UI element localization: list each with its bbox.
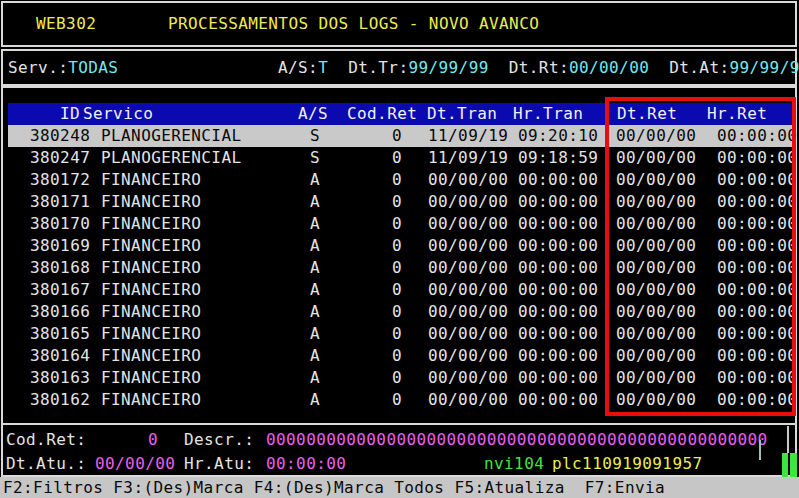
cell-codret: 0 xyxy=(392,169,402,191)
filter-values: A/S:T Dt.Tr:99/99/99 Dt.Rt:00/00/00 Dt.A… xyxy=(278,51,799,84)
cell-dttran: 00/00/00 xyxy=(428,191,508,213)
cell-dttran: 00/00/00 xyxy=(428,257,508,279)
status-separator xyxy=(3,423,796,425)
cell-id: 380167 xyxy=(30,279,90,301)
cell-dtret: 00/00/00 xyxy=(616,125,696,147)
service-filter: Serv.:TODAS xyxy=(8,51,118,84)
cell-hrret: 00:00:00 xyxy=(717,125,797,147)
table-row[interactable]: 380165FINANCEIROA000/00/0000:00:0000/00/… xyxy=(8,323,793,345)
dt-rt-filter-value: 00/00/00 xyxy=(569,58,649,77)
cell-dttran: 00/00/00 xyxy=(428,235,508,257)
cell-codret: 0 xyxy=(392,279,402,301)
cell-servico: FINANCEIRO xyxy=(101,301,201,323)
cell-codret: 0 xyxy=(392,301,402,323)
cell-dtret: 00/00/00 xyxy=(616,257,696,279)
table-row[interactable]: 380164FINANCEIROA000/00/0000:00:0000/00/… xyxy=(8,345,793,367)
function-key[interactable]: F5:Atualiza xyxy=(454,478,564,497)
function-key[interactable]: F3:(Des)Marca xyxy=(113,478,243,497)
cell-dtret: 00/00/00 xyxy=(616,191,696,213)
cell-id: 380172 xyxy=(30,169,90,191)
column-header-as: A/S xyxy=(298,103,328,125)
table-row[interactable]: 380172FINANCEIROA000/00/0000:00:0000/00/… xyxy=(8,169,793,191)
dt-tr-filter-value: 99/99/99 xyxy=(408,58,488,77)
table-row[interactable]: 380163FINANCEIROA000/00/0000:00:0000/00/… xyxy=(8,367,793,389)
dt-tr-filter-label: Dt.Tr: xyxy=(348,58,408,77)
function-key[interactable]: F2:Filtros xyxy=(3,478,103,497)
cell-dttran: 00/00/00 xyxy=(428,367,508,389)
cell-hrtran: 00:00:00 xyxy=(518,389,598,411)
descr-value: 0000000000000000000000000000000000000000… xyxy=(266,429,768,451)
cell-servico: FINANCEIRO xyxy=(101,345,201,367)
cell-servico: PLANOGERENCIAL xyxy=(101,125,241,147)
cell-id: 380166 xyxy=(30,301,90,323)
cell-hrret: 00:00:00 xyxy=(717,147,797,169)
column-header-id: ID xyxy=(60,103,80,125)
column-header-servico: Servico xyxy=(83,103,153,125)
function-key[interactable]: F4:(Des)Marca Todos xyxy=(254,478,445,497)
cell-dtret: 00/00/00 xyxy=(616,169,696,191)
table-row[interactable]: 380168FINANCEIROA000/00/0000:00:0000/00/… xyxy=(8,257,793,279)
cell-servico: FINANCEIRO xyxy=(101,213,201,235)
table-row[interactable]: 380162FINANCEIROA000/00/0000:00:0000/00/… xyxy=(8,389,793,411)
function-key[interactable]: F7:Envia xyxy=(585,478,665,497)
table-row[interactable]: 380166FINANCEIROA000/00/0000:00:0000/00/… xyxy=(8,301,793,323)
cell-hrtran: 00:00:00 xyxy=(518,345,598,367)
table-row[interactable]: 380248PLANOGERENCIALS011/09/1909:20:1000… xyxy=(8,125,793,147)
cell-hrtran: 00:00:00 xyxy=(518,323,598,345)
cell-hrret: 00:00:00 xyxy=(717,389,797,411)
cell-hrret: 00:00:00 xyxy=(717,345,797,367)
cell-hrtran: 00:00:00 xyxy=(518,301,598,323)
table-row[interactable]: 380169FINANCEIROA000/00/0000:00:0000/00/… xyxy=(8,235,793,257)
cell-codret: 0 xyxy=(392,257,402,279)
cell-dttran: 00/00/00 xyxy=(428,323,508,345)
cell-servico: FINANCEIRO xyxy=(101,169,201,191)
dt-at-filter: Dt.At:99/99/99 xyxy=(669,51,799,84)
filter-bar: Serv.:TODAS A/S:T Dt.Tr:99/99/99 Dt.Rt:0… xyxy=(1,49,797,86)
cell-dttran: 00/00/00 xyxy=(428,169,508,191)
cell-codret: 0 xyxy=(392,345,402,367)
app-code: WEB302 xyxy=(36,3,96,45)
status-line-1: Cod.Ret: 0 Descr.: 000000000000000000000… xyxy=(0,429,796,451)
table-row[interactable]: 380247PLANOGERENCIALS011/09/1909:18:5900… xyxy=(8,147,793,169)
cell-hrret: 00:00:00 xyxy=(717,191,797,213)
cell-hrret: 00:00:00 xyxy=(717,301,797,323)
table-row[interactable]: 380170FINANCEIROA000/00/0000:00:0000/00/… xyxy=(8,213,793,235)
codret-label: Cod.Ret: xyxy=(6,429,86,451)
cell-dttran: 00/00/00 xyxy=(428,213,508,235)
cell-dttran: 11/09/19 xyxy=(428,147,508,169)
dt-at-filter-label: Dt.At: xyxy=(669,58,729,77)
table-row[interactable]: 380167FINANCEIROA000/00/0000:00:0000/00/… xyxy=(8,279,793,301)
cell-servico: FINANCEIRO xyxy=(101,323,201,345)
cell-dttran: 00/00/00 xyxy=(428,389,508,411)
cell-hrtran: 00:00:00 xyxy=(518,191,598,213)
cell-hrtran: 00:00:00 xyxy=(518,257,598,279)
cell-hrret: 00:00:00 xyxy=(717,279,797,301)
hratu-label: Hr.Atu: xyxy=(184,453,254,475)
as-filter-value: T xyxy=(318,58,328,77)
cell-id: 380164 xyxy=(30,345,90,367)
scroll-tick xyxy=(759,440,761,460)
cell-servico: FINANCEIRO xyxy=(101,367,201,389)
cell-hrret: 00:00:00 xyxy=(717,169,797,191)
cell-as: A xyxy=(310,389,320,411)
cell-servico: FINANCEIRO xyxy=(101,235,201,257)
cell-dtret: 00/00/00 xyxy=(616,367,696,389)
cell-id: 380247 xyxy=(30,147,90,169)
page-title: PROCESSAMENTOS DOS LOGS - NOVO AVANCO xyxy=(168,3,539,45)
status-indicator-bar xyxy=(782,453,788,477)
dt-rt-filter-label: Dt.Rt: xyxy=(509,58,569,77)
cell-dtret: 00/00/00 xyxy=(616,279,696,301)
table-row[interactable]: 380171FINANCEIROA000/00/0000:00:0000/00/… xyxy=(8,191,793,213)
cell-dtret: 00/00/00 xyxy=(616,147,696,169)
cell-hrtran: 00:00:00 xyxy=(518,213,598,235)
cell-id: 380169 xyxy=(30,235,90,257)
column-header-hrtran: Hr.Tran xyxy=(513,103,583,125)
cell-codret: 0 xyxy=(392,235,402,257)
cell-codret: 0 xyxy=(392,147,402,169)
cell-dttran: 00/00/00 xyxy=(428,345,508,367)
cell-hrret: 00:00:00 xyxy=(717,257,797,279)
cell-as: A xyxy=(310,169,320,191)
title-bar: WEB302 PROCESSAMENTOS DOS LOGS - NOVO AV… xyxy=(1,1,797,47)
cell-id: 380170 xyxy=(30,213,90,235)
as-filter: A/S:T xyxy=(278,51,328,84)
